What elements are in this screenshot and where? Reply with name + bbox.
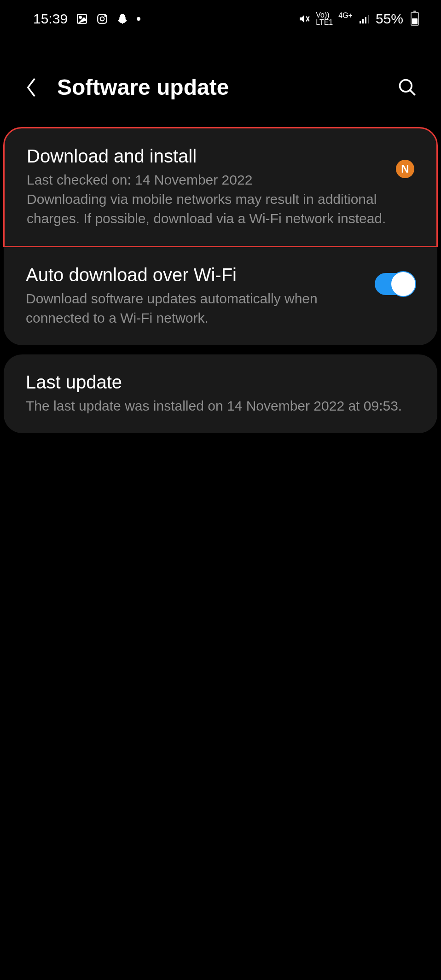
battery-percentage: 55% bbox=[376, 11, 403, 27]
volte-indicator: Vo)) LTE1 bbox=[316, 12, 333, 26]
download-install-item[interactable]: Download and install Last checked on: 14… bbox=[3, 127, 438, 247]
status-bar-right: Vo)) LTE1 4G+ 55% bbox=[298, 11, 419, 27]
auto-download-title: Auto download over Wi-Fi bbox=[26, 265, 366, 285]
svg-point-1 bbox=[80, 17, 81, 18]
chevron-left-icon bbox=[24, 76, 38, 99]
svg-point-4 bbox=[104, 15, 105, 16]
last-update-title: Last update bbox=[26, 372, 415, 393]
notification-badge: N bbox=[396, 160, 414, 178]
back-button[interactable] bbox=[22, 78, 41, 97]
search-icon bbox=[397, 77, 418, 98]
last-update-subtitle: The last update was installed on 14 Nove… bbox=[26, 396, 415, 416]
snapchat-icon bbox=[116, 13, 128, 25]
page-title: Software update bbox=[57, 75, 379, 100]
auto-download-toggle[interactable] bbox=[375, 273, 415, 295]
svg-rect-9 bbox=[365, 17, 366, 23]
status-time: 15:39 bbox=[33, 11, 68, 27]
settings-group-1: Download and install Last checked on: 14… bbox=[4, 127, 437, 345]
instagram-icon bbox=[96, 13, 108, 25]
svg-line-12 bbox=[410, 90, 415, 95]
mute-icon bbox=[298, 13, 310, 25]
status-bar-left: 15:39 bbox=[33, 11, 140, 27]
toggle-knob bbox=[390, 271, 416, 297]
auto-download-subtitle: Download software updates automatically … bbox=[26, 289, 366, 328]
gallery-icon bbox=[76, 13, 88, 25]
battery-icon bbox=[411, 12, 419, 26]
more-notifications-dot bbox=[137, 17, 140, 21]
svg-point-3 bbox=[100, 17, 104, 21]
svg-rect-8 bbox=[362, 19, 364, 23]
download-install-subtitle: Last checked on: 14 November 2022 Downlo… bbox=[27, 170, 387, 228]
network-type-indicator: 4G+ bbox=[338, 12, 353, 26]
status-bar: 15:39 Vo)) LTE1 4G+ 55% bbox=[0, 0, 441, 38]
svg-rect-10 bbox=[368, 15, 369, 23]
data-arrows-icon bbox=[342, 19, 349, 26]
search-button[interactable] bbox=[396, 76, 419, 99]
last-update-item[interactable]: Last update The last update was installe… bbox=[4, 354, 437, 433]
settings-group-2: Last update The last update was installe… bbox=[4, 354, 437, 433]
svg-rect-7 bbox=[360, 21, 361, 23]
svg-point-11 bbox=[400, 80, 412, 92]
download-install-title: Download and install bbox=[27, 146, 387, 167]
signal-icon bbox=[358, 13, 370, 24]
page-header: Software update bbox=[0, 38, 441, 118]
auto-download-item[interactable]: Auto download over Wi-Fi Download softwa… bbox=[4, 247, 437, 345]
